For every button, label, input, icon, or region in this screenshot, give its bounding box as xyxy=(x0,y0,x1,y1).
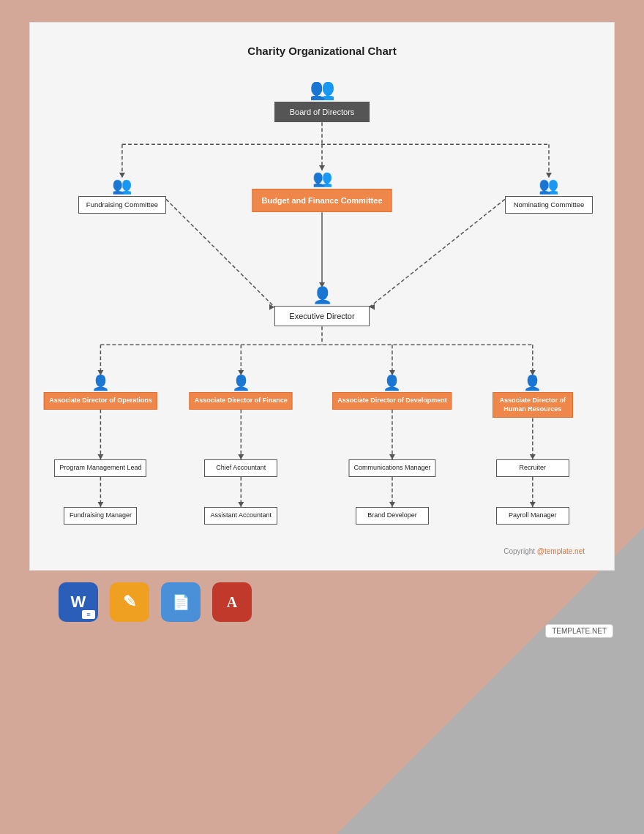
assoc-ops-box: Associate Director of Operations xyxy=(44,392,157,410)
comms-box: Communications Manager xyxy=(348,459,435,477)
svg-marker-35 xyxy=(238,502,244,507)
fund-mgr-box: Fundraising Manager xyxy=(64,507,137,525)
board-node: 👥 Board of Directors xyxy=(274,79,370,122)
copyright: Copyright @template.net xyxy=(52,547,592,555)
executive-node: 👤 Executive Director xyxy=(274,288,370,326)
assoc-dev-icon: 👤 xyxy=(383,375,401,390)
program-box: Program Management Lead xyxy=(54,459,146,477)
brand-node: Brand Developer xyxy=(356,507,429,525)
docs-icon[interactable]: 📄 xyxy=(161,582,201,622)
svg-marker-33 xyxy=(97,502,103,507)
executive-icon: 👤 xyxy=(312,288,332,304)
asst-acct-node: Assistant Accountant xyxy=(204,507,277,525)
assoc-ops-node: 👤 Associate Director of Operations xyxy=(44,375,157,410)
recruiter-box: Recruiter xyxy=(496,459,569,477)
assoc-dev-node: 👤 Associate Director of Development xyxy=(332,375,452,410)
comms-node: Communications Manager xyxy=(348,459,435,477)
budget-icon: 👥 xyxy=(312,170,332,187)
copyright-link: @template.net xyxy=(537,547,585,555)
document: Charity Organizational Chart 👥 Board of … xyxy=(29,22,615,571)
chief-box: Chief Accountant xyxy=(204,459,277,477)
svg-line-8 xyxy=(166,199,274,307)
svg-marker-39 xyxy=(530,502,536,507)
pages-icon[interactable]: ✎ xyxy=(110,582,149,622)
nominating-icon: 👥 xyxy=(539,178,558,194)
svg-line-10 xyxy=(370,199,505,307)
payroll-node: Payroll Manager xyxy=(496,507,569,525)
assoc-finance-icon: 👤 xyxy=(232,375,250,390)
fund-mgr-node: Fundraising Manager xyxy=(64,507,137,525)
program-node: Program Management Lead xyxy=(54,459,146,477)
toolbar: W ≡ ✎ 📄 A xyxy=(29,571,615,634)
assoc-hr-icon: 👤 xyxy=(523,375,542,390)
assoc-dev-box: Associate Director of Development xyxy=(332,392,452,410)
svg-marker-29 xyxy=(389,454,395,459)
brand-box: Brand Developer xyxy=(356,507,429,525)
board-box: Board of Directors xyxy=(274,102,370,122)
nominating-box: Nominating Committee xyxy=(505,196,593,214)
budget-node: 👥 Budget and Finance Committee xyxy=(252,170,392,212)
fundraising-box: Fundraising Committee xyxy=(78,196,166,214)
svg-marker-11 xyxy=(370,304,375,310)
pdf-icon[interactable]: A xyxy=(212,582,252,622)
payroll-box: Payroll Manager xyxy=(496,507,569,525)
org-chart: 👥 Board of Directors 👥 Fundraising Commi… xyxy=(52,72,592,540)
nominating-node: 👥 Nominating Committee xyxy=(505,178,593,214)
budget-box: Budget and Finance Committee xyxy=(252,189,392,212)
assoc-ops-icon: 👤 xyxy=(91,375,110,390)
chief-node: Chief Accountant xyxy=(204,459,277,477)
board-icon: 👥 xyxy=(310,79,335,99)
fundraising-icon: 👥 xyxy=(112,178,132,194)
svg-marker-25 xyxy=(97,454,103,459)
fundraising-node: 👥 Fundraising Committee xyxy=(78,178,166,214)
assoc-hr-box: Associate Director of Human Resources xyxy=(493,392,573,418)
svg-marker-9 xyxy=(269,304,274,310)
assoc-finance-node: 👤 Associate Director of Finance xyxy=(190,375,293,410)
recruiter-node: Recruiter xyxy=(496,459,569,477)
assoc-finance-box: Associate Director of Finance xyxy=(190,392,293,410)
svg-marker-31 xyxy=(530,454,536,459)
svg-marker-27 xyxy=(238,454,244,459)
chart-title: Charity Organizational Chart xyxy=(52,45,592,57)
executive-box: Executive Director xyxy=(274,306,370,326)
template-badge: TEMPLATE.NET xyxy=(545,624,613,638)
word-icon[interactable]: W ≡ xyxy=(59,582,98,622)
svg-marker-37 xyxy=(389,502,395,507)
assoc-hr-node: 👤 Associate Director of Human Resources xyxy=(493,375,573,418)
asst-acct-box: Assistant Accountant xyxy=(204,507,277,525)
